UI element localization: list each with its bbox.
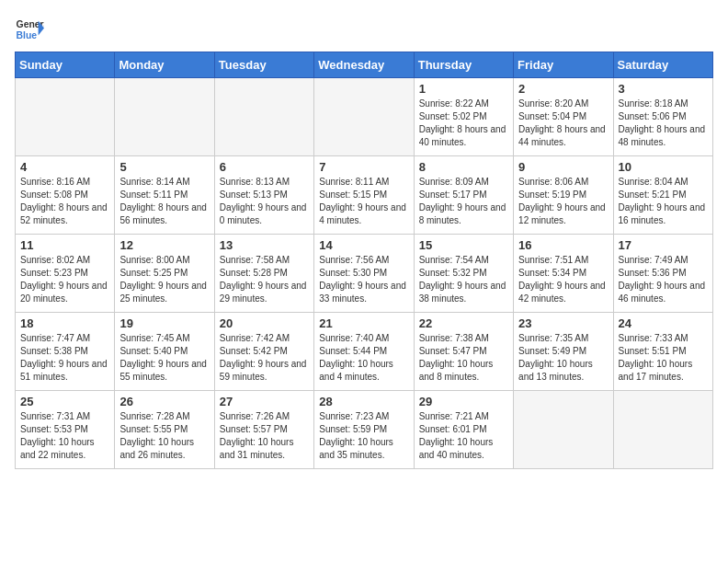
weekday-header-row: SundayMondayTuesdayWednesdayThursdayFrid… (16, 52, 713, 78)
calendar-day-cell: 3Sunrise: 8:18 AMSunset: 5:06 PMDaylight… (613, 78, 712, 156)
day-info: Sunrise: 7:28 AMSunset: 5:55 PMDaylight:… (119, 410, 209, 462)
calendar-week-row: 25Sunrise: 7:31 AMSunset: 5:53 PMDayligh… (16, 391, 713, 469)
calendar-day-cell: 19Sunrise: 7:45 AMSunset: 5:40 PMDayligh… (115, 313, 214, 391)
page-container: General Blue SundayMondayTuesdayWednesda… (0, 0, 728, 477)
day-number: 1 (419, 82, 508, 96)
logo: General Blue (15, 15, 44, 44)
day-info: Sunrise: 7:47 AMSunset: 5:38 PMDaylight:… (20, 332, 109, 384)
calendar-day-cell: 8Sunrise: 8:09 AMSunset: 5:17 PMDaylight… (414, 156, 513, 235)
day-number: 15 (419, 238, 508, 252)
calendar-day-cell: 28Sunrise: 7:23 AMSunset: 5:59 PMDayligh… (314, 391, 414, 469)
logo-icon: General Blue (15, 15, 44, 44)
day-number: 19 (119, 316, 209, 330)
day-info: Sunrise: 7:45 AMSunset: 5:40 PMDaylight:… (119, 332, 209, 384)
calendar-day-cell: 12Sunrise: 8:00 AMSunset: 5:25 PMDayligh… (115, 235, 214, 313)
weekday-header-cell: Saturday (613, 52, 712, 78)
day-info: Sunrise: 7:38 AMSunset: 5:47 PMDaylight:… (419, 332, 508, 384)
svg-text:Blue: Blue (17, 30, 38, 40)
calendar-day-cell (613, 391, 712, 469)
calendar-day-cell: 21Sunrise: 7:40 AMSunset: 5:44 PMDayligh… (314, 313, 414, 391)
weekday-header-cell: Thursday (414, 52, 513, 78)
day-info: Sunrise: 7:21 AMSunset: 6:01 PMDaylight:… (419, 410, 508, 462)
day-info: Sunrise: 8:22 AMSunset: 5:02 PMDaylight:… (419, 98, 508, 149)
day-number: 26 (119, 395, 209, 408)
calendar-day-cell: 29Sunrise: 7:21 AMSunset: 6:01 PMDayligh… (414, 391, 513, 469)
day-info: Sunrise: 8:09 AMSunset: 5:17 PMDaylight:… (419, 176, 508, 227)
calendar-day-cell: 22Sunrise: 7:38 AMSunset: 5:47 PMDayligh… (414, 313, 513, 391)
calendar-week-row: 18Sunrise: 7:47 AMSunset: 5:38 PMDayligh… (16, 313, 713, 391)
calendar-day-cell: 7Sunrise: 8:11 AMSunset: 5:15 PMDaylight… (314, 156, 414, 235)
calendar-day-cell: 5Sunrise: 8:14 AMSunset: 5:11 PMDaylight… (115, 156, 214, 235)
day-info: Sunrise: 8:13 AMSunset: 5:13 PMDaylight:… (220, 176, 309, 227)
weekday-header-cell: Monday (115, 52, 214, 78)
day-info: Sunrise: 8:04 AMSunset: 5:21 PMDaylight:… (619, 176, 708, 227)
day-number: 22 (419, 316, 508, 330)
day-number: 6 (220, 160, 309, 174)
calendar-day-cell: 27Sunrise: 7:26 AMSunset: 5:57 PMDayligh… (214, 391, 313, 469)
day-number: 27 (220, 395, 309, 408)
day-number: 13 (220, 238, 309, 252)
calendar-day-cell: 6Sunrise: 8:13 AMSunset: 5:13 PMDaylight… (214, 156, 313, 235)
day-info: Sunrise: 7:56 AMSunset: 5:30 PMDaylight:… (319, 254, 408, 305)
calendar-day-cell (214, 78, 313, 156)
day-info: Sunrise: 7:31 AMSunset: 5:53 PMDaylight:… (20, 410, 109, 462)
day-number: 12 (119, 238, 209, 252)
calendar-day-cell: 11Sunrise: 8:02 AMSunset: 5:23 PMDayligh… (16, 235, 115, 313)
calendar-day-cell: 14Sunrise: 7:56 AMSunset: 5:30 PMDayligh… (314, 235, 414, 313)
day-number: 7 (319, 160, 408, 174)
day-number: 2 (518, 82, 608, 96)
weekday-header-cell: Tuesday (214, 52, 313, 78)
day-number: 17 (619, 238, 708, 252)
calendar-day-cell (514, 391, 613, 469)
day-info: Sunrise: 8:06 AMSunset: 5:19 PMDaylight:… (518, 176, 608, 227)
day-number: 20 (220, 316, 309, 330)
day-number: 18 (20, 316, 109, 330)
calendar-day-cell: 4Sunrise: 8:16 AMSunset: 5:08 PMDaylight… (16, 156, 115, 235)
day-info: Sunrise: 7:26 AMSunset: 5:57 PMDaylight:… (220, 410, 309, 462)
day-number: 10 (619, 160, 708, 174)
calendar-week-row: 4Sunrise: 8:16 AMSunset: 5:08 PMDaylight… (16, 156, 713, 235)
day-number: 8 (419, 160, 508, 174)
day-info: Sunrise: 8:20 AMSunset: 5:04 PMDaylight:… (518, 98, 608, 149)
day-number: 4 (20, 160, 109, 174)
day-info: Sunrise: 8:18 AMSunset: 5:06 PMDaylight:… (619, 98, 708, 149)
day-info: Sunrise: 8:16 AMSunset: 5:08 PMDaylight:… (20, 176, 109, 227)
day-number: 3 (619, 82, 708, 96)
calendar-day-cell: 10Sunrise: 8:04 AMSunset: 5:21 PMDayligh… (613, 156, 712, 235)
day-info: Sunrise: 7:42 AMSunset: 5:42 PMDaylight:… (220, 332, 309, 384)
calendar-day-cell: 9Sunrise: 8:06 AMSunset: 5:19 PMDaylight… (514, 156, 613, 235)
day-info: Sunrise: 8:00 AMSunset: 5:25 PMDaylight:… (119, 254, 209, 305)
day-number: 14 (319, 238, 408, 252)
calendar-day-cell (16, 78, 115, 156)
weekday-header-cell: Sunday (16, 52, 115, 78)
weekday-header-cell: Friday (514, 52, 613, 78)
day-info: Sunrise: 7:40 AMSunset: 5:44 PMDaylight:… (319, 332, 408, 384)
day-number: 23 (518, 316, 608, 330)
day-info: Sunrise: 7:54 AMSunset: 5:32 PMDaylight:… (419, 254, 508, 305)
day-info: Sunrise: 7:58 AMSunset: 5:28 PMDaylight:… (220, 254, 309, 305)
calendar-day-cell: 13Sunrise: 7:58 AMSunset: 5:28 PMDayligh… (214, 235, 313, 313)
calendar-day-cell: 23Sunrise: 7:35 AMSunset: 5:49 PMDayligh… (514, 313, 613, 391)
day-number: 21 (319, 316, 408, 330)
calendar-day-cell: 1Sunrise: 8:22 AMSunset: 5:02 PMDaylight… (414, 78, 513, 156)
calendar-table: SundayMondayTuesdayWednesdayThursdayFrid… (15, 52, 713, 469)
day-info: Sunrise: 7:49 AMSunset: 5:36 PMDaylight:… (619, 254, 708, 305)
calendar-week-row: 11Sunrise: 8:02 AMSunset: 5:23 PMDayligh… (16, 235, 713, 313)
day-info: Sunrise: 8:02 AMSunset: 5:23 PMDaylight:… (20, 254, 109, 305)
calendar-day-cell: 24Sunrise: 7:33 AMSunset: 5:51 PMDayligh… (613, 313, 712, 391)
day-number: 11 (20, 238, 109, 252)
day-number: 9 (518, 160, 608, 174)
calendar-day-cell: 2Sunrise: 8:20 AMSunset: 5:04 PMDaylight… (514, 78, 613, 156)
header: General Blue (15, 15, 713, 44)
day-info: Sunrise: 7:23 AMSunset: 5:59 PMDaylight:… (319, 410, 408, 462)
calendar-day-cell: 20Sunrise: 7:42 AMSunset: 5:42 PMDayligh… (214, 313, 313, 391)
calendar-day-cell: 18Sunrise: 7:47 AMSunset: 5:38 PMDayligh… (16, 313, 115, 391)
day-number: 29 (419, 395, 508, 408)
calendar-day-cell: 15Sunrise: 7:54 AMSunset: 5:32 PMDayligh… (414, 235, 513, 313)
calendar-day-cell: 26Sunrise: 7:28 AMSunset: 5:55 PMDayligh… (115, 391, 214, 469)
day-number: 28 (319, 395, 408, 408)
day-info: Sunrise: 8:14 AMSunset: 5:11 PMDaylight:… (119, 176, 209, 227)
calendar-day-cell: 25Sunrise: 7:31 AMSunset: 5:53 PMDayligh… (16, 391, 115, 469)
day-info: Sunrise: 7:33 AMSunset: 5:51 PMDaylight:… (619, 332, 708, 384)
calendar-day-cell (115, 78, 214, 156)
